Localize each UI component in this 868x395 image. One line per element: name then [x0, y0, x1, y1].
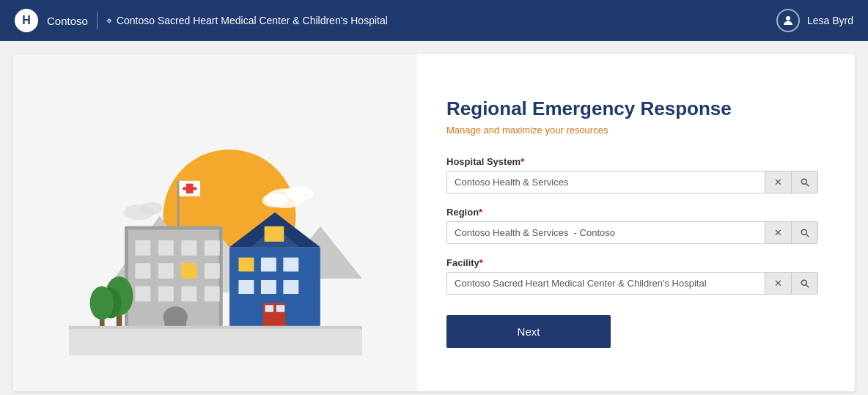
- svg-rect-13: [177, 181, 179, 226]
- svg-rect-37: [283, 258, 298, 272]
- region-clear-button[interactable]: ✕: [765, 222, 791, 243]
- svg-rect-35: [238, 258, 254, 272]
- svg-point-50: [89, 287, 113, 320]
- svg-rect-39: [260, 280, 276, 294]
- facility-input[interactable]: [447, 273, 765, 294]
- hospital-system-input-row: ✕: [446, 171, 818, 193]
- svg-line-53: [806, 183, 809, 186]
- svg-rect-42: [265, 305, 273, 312]
- facility-label: Facility*: [446, 257, 818, 268]
- location-icon: ⌖: [106, 15, 112, 27]
- facility-clear-button[interactable]: ✕: [765, 273, 791, 294]
- svg-rect-25: [181, 263, 196, 278]
- svg-rect-40: [283, 280, 298, 294]
- svg-rect-38: [238, 280, 254, 294]
- region-label: Region*: [446, 207, 818, 218]
- brand-name: Contoso: [47, 15, 88, 27]
- app-logo: H: [15, 9, 38, 32]
- facility-input-row: ✕: [446, 272, 818, 295]
- header-right: Lesa Byrd: [776, 9, 853, 32]
- region-input[interactable]: [447, 222, 765, 243]
- svg-point-7: [262, 193, 287, 207]
- form-subtitle: Manage and maximize your resources: [446, 125, 818, 136]
- svg-point-56: [801, 280, 806, 285]
- svg-point-6: [285, 186, 313, 202]
- svg-point-54: [801, 229, 806, 235]
- user-name: Lesa Byrd: [807, 15, 853, 26]
- form-title: Regional Emergency Response: [446, 97, 818, 120]
- svg-rect-16: [183, 187, 196, 190]
- next-button[interactable]: Next: [446, 315, 611, 348]
- svg-rect-20: [204, 240, 219, 256]
- svg-point-52: [801, 179, 806, 184]
- hospital-system-input[interactable]: [447, 171, 765, 193]
- region-input-row: ✕: [446, 221, 818, 244]
- svg-rect-36: [260, 258, 276, 272]
- location-name: Contoso Sacred Heart Medical Center & Ch…: [117, 15, 388, 26]
- svg-rect-26: [135, 287, 150, 302]
- hospital-system-label: Hospital System*: [446, 156, 818, 167]
- svg-rect-43: [276, 305, 284, 312]
- svg-point-0: [786, 16, 790, 21]
- svg-rect-21: [135, 263, 150, 278]
- facility-field: Facility* ✕: [446, 257, 818, 295]
- svg-rect-44: [264, 226, 284, 242]
- header-left: H Contoso ⌖ Contoso Sacred Heart Medical…: [15, 9, 388, 32]
- header-divider: [97, 12, 98, 29]
- svg-rect-19: [181, 240, 196, 256]
- region-search-button[interactable]: [791, 222, 817, 243]
- svg-rect-51: [69, 326, 362, 329]
- form-panel: Regional Emergency Response Manage and m…: [417, 54, 855, 391]
- svg-rect-45: [69, 326, 362, 355]
- svg-rect-29: [204, 287, 219, 302]
- hospital-system-field: Hospital System* ✕: [446, 156, 818, 193]
- app-header: H Contoso ⌖ Contoso Sacred Heart Medical…: [0, 0, 868, 41]
- header-location: ⌖ Contoso Sacred Heart Medical Center & …: [106, 15, 388, 27]
- svg-rect-17: [135, 240, 150, 256]
- user-avatar: [776, 9, 800, 32]
- svg-rect-28: [181, 287, 196, 302]
- svg-line-55: [806, 234, 809, 237]
- svg-point-9: [140, 202, 162, 214]
- svg-rect-31: [164, 317, 186, 328]
- region-field: Region* ✕: [446, 207, 818, 244]
- main-card: Regional Emergency Response Manage and m…: [13, 54, 855, 391]
- svg-rect-18: [158, 240, 173, 256]
- svg-rect-24: [204, 263, 219, 278]
- hospital-system-clear-button[interactable]: ✕: [765, 171, 791, 193]
- svg-rect-22: [158, 263, 173, 278]
- facility-search-button[interactable]: [791, 273, 817, 294]
- illustration-panel: [13, 54, 417, 391]
- svg-line-57: [806, 284, 809, 287]
- svg-rect-27: [158, 287, 173, 302]
- hospital-system-search-button[interactable]: [791, 171, 817, 193]
